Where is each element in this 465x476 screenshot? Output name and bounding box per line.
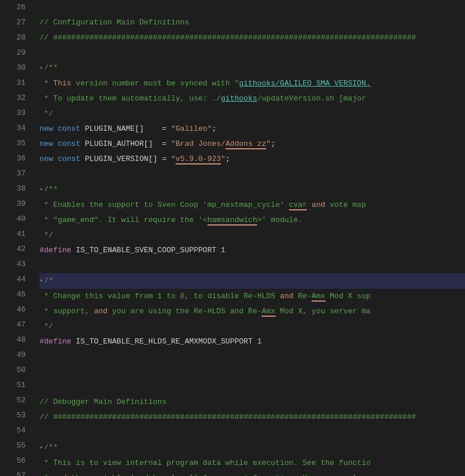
code-normal: IS_TO_ENABLE_RE_HLDS_RE_AMXMODX_SUPPORT xyxy=(71,334,257,349)
code-line-28: // #####################################… xyxy=(40,30,465,45)
link-githooks-galileo: githooks/GALILEO_SMA_VERSION. xyxy=(239,79,370,88)
comment-text: /** xyxy=(44,440,58,455)
code-line-48: #define IS_TO_ENABLE_RE_HLDS_RE_AMXMODX_… xyxy=(40,334,465,349)
code-normal: PLUGIN_AUTHOR[] = xyxy=(80,137,171,152)
define-keyword: #define xyxy=(40,243,71,258)
number-1: 1 xyxy=(221,243,226,258)
comment-text: * "game_end". It will require the '<hams… xyxy=(40,213,303,228)
line-number-gutter: 26 27 28 29 30 31 32 33 34 35 36 37 38 3… xyxy=(0,0,30,476)
link-githooks-update: githooks xyxy=(221,94,257,103)
code-line-49 xyxy=(40,349,465,364)
string-version: "v5.9.0-923" xyxy=(171,152,226,167)
code-normal: ; xyxy=(271,137,276,152)
code-line-57: * and the variable 'g_debug_level' for m… xyxy=(40,471,465,476)
comment-text: // #####################################… xyxy=(40,410,416,425)
code-line-32: * To update them automatically, use: ./g… xyxy=(40,91,465,106)
code-line-26 xyxy=(40,0,465,15)
comment-text: * This is to view internal program data … xyxy=(40,456,371,471)
code-line-38: /** xyxy=(40,182,465,198)
code-editor: 26 27 28 29 30 31 32 33 34 35 36 37 38 3… xyxy=(0,0,465,476)
code-normal: IS_TO_ENABLE_SVEN_COOP_SUPPPORT xyxy=(71,243,221,258)
code-line-36: new const PLUGIN_VERSION[] = "v5.9.0-923… xyxy=(40,152,465,167)
comment-text: */ xyxy=(40,228,53,243)
comment-text: /** xyxy=(44,182,58,197)
comment-text: * Enables the support to Sven Coop 'mp_n… xyxy=(40,198,366,213)
comment-text: * This version number must be synced wit… xyxy=(40,76,371,91)
code-line-53: // #####################################… xyxy=(40,410,465,425)
comment-text: * Change this value from 1 to 0, to disa… xyxy=(40,289,371,304)
code-line-30: /** xyxy=(40,60,465,76)
fold-arrow-38[interactable] xyxy=(40,182,43,198)
fold-arrow-44[interactable] xyxy=(40,274,43,289)
comment-text: */ xyxy=(40,319,53,334)
code-line-51 xyxy=(40,380,465,395)
code-normal: ; xyxy=(212,121,216,137)
keyword-new: new xyxy=(40,121,53,137)
comment-text: // #####################################… xyxy=(40,30,416,45)
code-normal xyxy=(53,121,58,137)
code-line-40: * "game_end". It will require the '<hams… xyxy=(40,213,465,228)
define-keyword: #define xyxy=(40,334,71,349)
code-line-34: new const PLUGIN_NAME[] = "Galileo"; xyxy=(40,121,465,137)
comment-text: /* xyxy=(44,273,53,288)
code-line-43 xyxy=(40,258,465,273)
comment-text: /** xyxy=(44,60,58,76)
code-line-46: * support, and you are using the Re-HLDS… xyxy=(40,304,465,319)
code-line-37 xyxy=(40,167,465,182)
string-galileo: "Galileo" xyxy=(171,121,212,137)
keyword-new: new xyxy=(40,137,53,152)
fold-arrow-30[interactable] xyxy=(40,61,43,76)
string-author: "Brad Jones/Addons zz" xyxy=(171,137,271,152)
code-normal: ; xyxy=(226,152,230,167)
code-lines[interactable]: // Configuration Main Definitions // ###… xyxy=(30,0,465,476)
code-line-31: * This version number must be synced wit… xyxy=(40,76,465,91)
code-normal xyxy=(53,152,58,167)
code-line-54 xyxy=(40,425,465,440)
comment-text: * support, and you are using the Re-HLDS… xyxy=(40,304,371,319)
code-line-39: * Enables the support to Sven Coop 'mp_n… xyxy=(40,198,465,213)
keyword-const: const xyxy=(58,152,80,167)
number-1b: 1 xyxy=(257,334,262,349)
code-line-44: /* xyxy=(40,273,465,289)
code-line-35: new const PLUGIN_AUTHOR[] = "Brad Jones/… xyxy=(40,137,465,152)
comment-text: */ xyxy=(40,106,53,121)
code-line-52: // Debugger Main Definitions xyxy=(40,395,465,410)
code-line-29 xyxy=(40,45,465,60)
code-line-47: */ xyxy=(40,319,465,334)
code-line-45: * Change this value from 1 to 0, to disa… xyxy=(40,289,465,304)
code-line-42: #define IS_TO_ENABLE_SVEN_COOP_SUPPPORT … xyxy=(40,243,465,258)
keyword-const: const xyxy=(58,137,80,152)
code-line-50 xyxy=(40,364,465,380)
keyword-const: const xyxy=(58,121,80,137)
code-line-56: * This is to view internal program data … xyxy=(40,456,465,471)
comment-text: // Debugger Main Definitions xyxy=(40,395,166,410)
code-normal xyxy=(53,137,58,152)
code-line-33: */ xyxy=(40,106,465,121)
code-normal: PLUGIN_NAME[] = xyxy=(80,121,171,137)
comment-text: * To update them automatically, use: ./g… xyxy=(40,91,366,106)
comment-text: // Configuration Main Definitions xyxy=(40,15,189,30)
code-line-41: */ xyxy=(40,228,465,243)
code-normal: PLUGIN_VERSION[] = xyxy=(80,152,171,167)
code-line-27: // Configuration Main Definitions xyxy=(40,15,465,30)
fold-arrow-55[interactable] xyxy=(40,441,43,456)
comment-text: * and the variable 'g_debug_level' for m… xyxy=(40,471,366,476)
code-line-55: /** xyxy=(40,440,465,456)
keyword-new: new xyxy=(40,152,53,167)
